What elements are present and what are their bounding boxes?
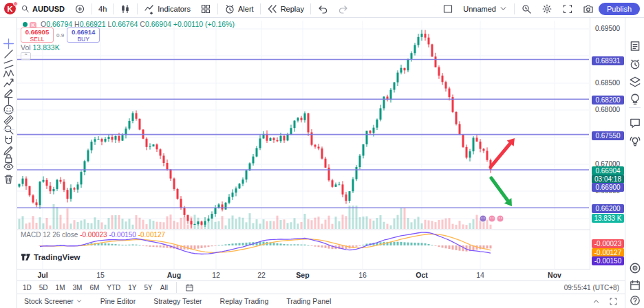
camera-icon	[583, 3, 594, 14]
chat-icon[interactable]	[629, 117, 641, 129]
buy-button[interactable]: 0.66914BUY	[67, 28, 100, 43]
timeframe-5y[interactable]: 5Y	[144, 284, 153, 292]
panel-expand-icon[interactable]	[592, 297, 601, 306]
ohlc-value: 0.66764	[111, 20, 138, 28]
timeframe-all[interactable]: All	[160, 284, 168, 292]
bottom-tab-replay-trading[interactable]: Replay Trading	[220, 297, 269, 305]
streams-icon[interactable]	[629, 135, 641, 147]
bottom-tab-stock-screener[interactable]: Stock Screener	[24, 297, 83, 305]
level-badge: 0.68200	[592, 96, 624, 104]
chart-style-button[interactable]	[115, 2, 136, 16]
date-label: 14	[476, 271, 484, 279]
level-badge: 0.68931	[592, 56, 624, 65]
divider	[310, 3, 311, 14]
replay-icon	[267, 3, 278, 14]
compare-button[interactable]	[69, 2, 90, 16]
timeframe-1d[interactable]: 1D	[23, 284, 32, 292]
volume-legend[interactable]: Vol 13.833K	[21, 43, 60, 52]
watchlist-icon[interactable]	[629, 40, 641, 52]
publish-button[interactable]: Publish	[599, 3, 640, 15]
axis-label: 0.69500	[590, 25, 625, 32]
alerts-icon[interactable]	[629, 58, 641, 70]
level-badge: 0.66200	[592, 204, 624, 213]
bottom-tab-strategy-tester[interactable]: Strategy Tester	[153, 297, 202, 305]
broker-logo[interactable]: K	[4, 3, 16, 14]
axis-label: 0.68500	[590, 79, 625, 87]
timeframe-row: 1D5D1M3M6MYTD1Y5YAll 09:55:41 (UTC+8)	[17, 280, 625, 294]
fullscreen-button[interactable]	[557, 2, 578, 16]
alert-button[interactable]: Alert	[219, 2, 259, 16]
macd-legend[interactable]: MACD 12 26 close -0.00023 -0.00150 -0.00…	[21, 231, 165, 239]
timeframe-1y[interactable]: 1Y	[128, 284, 136, 292]
settings-button[interactable]	[537, 2, 557, 16]
bottom-tab-pine-editor[interactable]: Pine Editor	[100, 297, 136, 305]
fullscreen-icon	[562, 3, 573, 14]
snapshot-button[interactable]	[578, 2, 599, 16]
brand-name: TradingView	[34, 253, 80, 261]
help-icon[interactable]	[629, 294, 641, 307]
tradingview-logo[interactable]: TradingView	[21, 253, 80, 261]
notification-dot	[13, 1, 18, 6]
go-to-date-icon[interactable]	[185, 283, 194, 292]
macd-value: -0.00127	[138, 231, 165, 239]
divider	[92, 3, 92, 14]
axis-label: 0.68000	[590, 106, 625, 113]
search-clock-icon	[521, 3, 532, 14]
layout-name[interactable]: Unnamed	[458, 2, 513, 16]
divider	[217, 3, 218, 14]
timeframe-6m[interactable]: 6M	[89, 284, 99, 292]
symbol-name: AUDUSD	[32, 5, 65, 13]
date-label: Jul	[37, 271, 47, 279]
price-axis[interactable]: 0.695000.685000.680000.670000.665000.689…	[590, 18, 625, 270]
date-label: Oct	[416, 271, 428, 279]
indicators-button[interactable]: Indicators	[139, 2, 195, 16]
calendar-icon[interactable]	[629, 279, 641, 292]
panel-maximize-icon[interactable]	[609, 297, 618, 306]
divider	[113, 3, 114, 14]
trade-buttons: 0.66905SELL 0.9 0.66914BUY	[21, 28, 100, 43]
sell-button[interactable]: 0.66905SELL	[21, 28, 54, 43]
undo-icon	[317, 3, 328, 14]
ohlc-value: 0.66904	[145, 20, 171, 28]
divider	[260, 3, 261, 14]
symbol-search[interactable]: AUDUSD	[16, 2, 69, 16]
layout-button[interactable]	[438, 2, 458, 16]
date-axis[interactable]: Jul15Aug1222Sep16Oct14Nov	[17, 270, 625, 280]
drawing-toolbar	[0, 18, 17, 308]
quick-search-button[interactable]	[516, 2, 537, 16]
date-label: 16	[358, 271, 367, 279]
date-label: Nov	[548, 271, 561, 279]
right-sidebar	[625, 18, 644, 308]
remove-tool-icon[interactable]	[3, 173, 14, 185]
level-badge: 0.67550	[592, 131, 624, 140]
legend-collapse-button[interactable]: ⌃	[21, 52, 31, 60]
timeframe-3m[interactable]: 3M	[73, 284, 83, 292]
divider	[514, 3, 515, 14]
search-icon	[21, 4, 30, 13]
macd-value: -0.00023	[80, 231, 107, 239]
timeframe-1m[interactable]: 1M	[56, 284, 65, 292]
macd-badge: -0.00023	[592, 239, 624, 248]
timeframe-5d[interactable]: 5D	[39, 284, 48, 292]
layers-icon[interactable]	[629, 76, 641, 88]
timeframe-ytd[interactable]: YTD	[107, 284, 120, 292]
date-label: 12	[212, 271, 220, 279]
object-tree-icon[interactable]	[629, 262, 641, 274]
divider	[3, 111, 14, 112]
chevron-down-icon	[499, 4, 508, 13]
interval-button[interactable]: 4h	[94, 2, 111, 16]
bottom-tab-trading-panel[interactable]: Trading Panel	[286, 297, 331, 305]
indicator-templates-button[interactable]	[195, 2, 216, 16]
hide-tool-icon[interactable]	[3, 161, 14, 173]
undo-button[interactable]	[312, 2, 333, 16]
bottom-toolbar: Stock ScreenerPine EditorStrategy Tester…	[17, 294, 625, 308]
redo-button[interactable]	[333, 2, 354, 16]
clock[interactable]: 09:55:41 (UTC+8)	[564, 284, 619, 292]
divider	[176, 282, 177, 293]
replay-button[interactable]: Replay	[262, 2, 309, 16]
date-label: Aug	[167, 271, 181, 279]
ideas-icon[interactable]	[629, 93, 641, 105]
gear-icon	[541, 3, 552, 14]
volume-badge: 13.833 K	[592, 214, 624, 223]
macd-value: -0.00150	[109, 231, 136, 239]
